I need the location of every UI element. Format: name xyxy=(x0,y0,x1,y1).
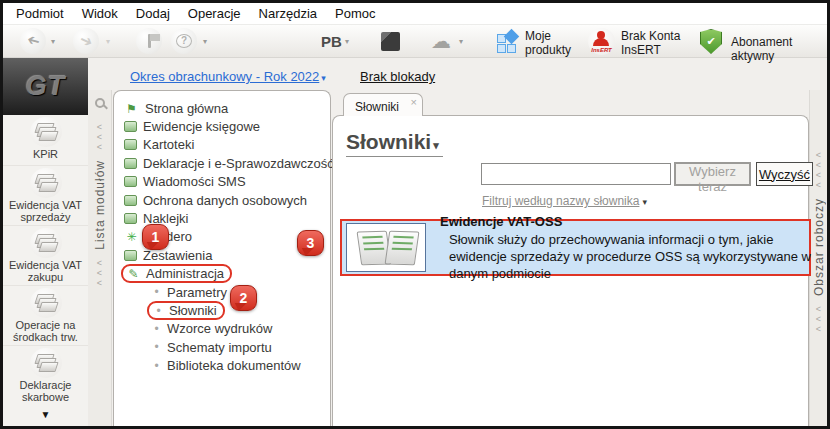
tree-item-strona-glowna[interactable]: ⚑Strona główna xyxy=(124,99,330,117)
sidebar-more-icon[interactable]: ▼ xyxy=(3,409,88,420)
admin-pencil-icon: ✎ xyxy=(126,268,141,279)
cloud-dropdown-icon[interactable]: ▾ xyxy=(459,37,463,46)
ledger-icon xyxy=(124,121,137,132)
tree-item-wzorce-wydrukow[interactable]: •Wzorce wydruków xyxy=(150,320,330,338)
dictionary-item-title: Ewidencje VAT-OSS xyxy=(440,213,820,230)
filter-by-name-link[interactable]: Filtruj według nazwy słownika▾ xyxy=(482,194,647,208)
annotation-step-2: 2 xyxy=(230,285,257,311)
collapse-chevron-icon[interactable]: < xyxy=(97,122,102,132)
forward-button[interactable]: ➔ xyxy=(73,28,99,54)
subscription-shield-icon[interactable]: ✔ xyxy=(700,29,722,54)
moje-produkty-icon[interactable] xyxy=(497,31,518,52)
menu-pomoc[interactable]: Pomoc xyxy=(326,6,384,21)
collapse-chevron-icon[interactable]: < xyxy=(97,278,102,288)
chevron-down-icon: ▾ xyxy=(321,73,326,83)
menu-narzedzia[interactable]: Narzędzia xyxy=(250,6,327,21)
annotation-outline-slowniki: • Słowniki xyxy=(147,301,225,320)
app-inner: Podmiot Widok Dodaj Operacje Narzędzia P… xyxy=(3,3,827,426)
user-dropdown-icon[interactable]: ▾ xyxy=(345,37,349,46)
bullet-icon: • xyxy=(152,304,165,318)
flag-icon xyxy=(148,34,151,48)
collapse-chevron-icon[interactable]: < xyxy=(97,258,102,268)
tree-item-wiadomosci-sms[interactable]: Wiadomości SMS xyxy=(124,173,330,191)
vat-sales-icon xyxy=(30,168,62,198)
sidebar-item-kpir[interactable]: KPiR xyxy=(3,115,88,166)
module-sidebar: KPiR Ewidencja VAT sprzedaży Ewidencja V… xyxy=(3,115,88,426)
choose-now-button[interactable]: Wybierz teraz xyxy=(674,162,751,186)
collapse-chevron-icon[interactable]: < xyxy=(816,180,821,190)
kpir-icon xyxy=(30,117,62,147)
collapse-chevron-icon[interactable]: < xyxy=(816,324,821,334)
collapse-chevron-icon[interactable]: < xyxy=(97,142,102,152)
sms-icon xyxy=(124,176,137,187)
insert-account-label[interactable]: Brak Konta InsERT xyxy=(621,29,691,57)
lock-status-link[interactable]: Brak blokady xyxy=(360,69,435,84)
collapse-chevron-icon[interactable]: < xyxy=(816,150,821,160)
app-window: Podmiot Widok Dodaj Operacje Narzędzia P… xyxy=(0,0,830,429)
dictionary-search-input[interactable] xyxy=(481,163,671,185)
chevron-down-icon: ▾ xyxy=(642,197,647,207)
tree-item-ewidencje-ksiegowe[interactable]: Ewidencje księgowe xyxy=(124,117,330,135)
sidebar-item-vat-sprzedazy[interactable]: Ewidencja VAT sprzedaży xyxy=(3,166,88,226)
back-dropdown-icon[interactable]: ▾ xyxy=(51,37,55,46)
modules-strip-label: Lista modułów xyxy=(93,160,107,250)
help-button[interactable]: ? xyxy=(171,28,197,54)
bullet-icon: • xyxy=(150,322,163,336)
menu-widok[interactable]: Widok xyxy=(73,6,127,21)
check-icon: ✔ xyxy=(706,35,715,48)
menu-podmiot[interactable]: Podmiot xyxy=(7,6,73,21)
menu-dodaj[interactable]: Dodaj xyxy=(127,6,179,21)
sidebar-item-deklaracje[interactable]: Deklaracje skarbowe xyxy=(3,346,88,406)
sidebar-item-srodki-trwale[interactable]: Operacje na środkach trw. xyxy=(3,286,88,346)
collapse-chevron-icon[interactable]: < xyxy=(97,268,102,278)
annotation-step-1: 1 xyxy=(142,224,169,250)
back-arrow-icon: ➔ xyxy=(25,31,42,52)
tree-item-biblioteka-dokumentow[interactable]: •Biblioteka dokumentów xyxy=(150,356,330,374)
forward-arrow-icon: ➔ xyxy=(76,30,95,52)
moje-produkty-label[interactable]: Moje produkty xyxy=(525,29,583,57)
dictionary-item-vat-oss[interactable]: Ewidencje VAT-OSS Słownik służy do przec… xyxy=(340,219,811,276)
labels-icon xyxy=(124,213,137,224)
collapse-chevron-icon[interactable]: < xyxy=(816,160,821,170)
pin-panel-icon[interactable] xyxy=(95,98,105,108)
gt-logo-block: GT xyxy=(3,58,88,115)
collapse-chevron-icon[interactable]: < xyxy=(816,170,821,180)
forward-dropdown-icon[interactable]: ▾ xyxy=(106,37,110,46)
tree-item-administracja[interactable]: ✎ Administracja xyxy=(124,265,330,283)
close-icon[interactable]: × xyxy=(411,96,417,108)
accounting-period-link[interactable]: Okres obrachunkowy - Rok 2022▾ xyxy=(130,69,326,84)
tree-item-kartoteki[interactable]: Kartoteki xyxy=(124,136,330,154)
tab-slowniki[interactable]: Słowniki × xyxy=(343,93,423,116)
shield-icon xyxy=(124,195,137,206)
user-initials-button[interactable]: PB xyxy=(321,33,342,50)
gt-logo: GT xyxy=(26,71,66,102)
back-button[interactable]: ➔ xyxy=(20,28,46,54)
insert-account-icon[interactable]: InsERT xyxy=(588,28,615,55)
cloud-icon[interactable]: ☁ xyxy=(431,29,451,53)
sidebar-item-vat-zakupu[interactable]: Ewidencja VAT zakupu xyxy=(3,226,88,286)
documents-icon xyxy=(124,158,137,169)
subscription-label[interactable]: Abonament aktywny xyxy=(731,35,827,63)
chevron-down-icon: ▾ xyxy=(433,139,439,151)
dictionary-book-icon xyxy=(346,223,426,272)
collapse-chevron-icon[interactable]: < xyxy=(97,132,102,142)
modules-cube-icon[interactable] xyxy=(381,32,400,51)
annotation-outline-administracja: ✎ Administracja xyxy=(121,264,232,283)
tree-item-deklaracje[interactable]: Deklaracje i e-Sprawozdawczość xyxy=(124,154,330,172)
bullet-icon: • xyxy=(150,359,163,373)
bullet-icon: • xyxy=(150,340,163,354)
modules-strip: < < < Lista modułów < < < xyxy=(88,90,112,426)
flag-button[interactable] xyxy=(136,28,162,54)
clear-button[interactable]: Wyczyść xyxy=(756,162,813,186)
home-flag-icon: ⚑ xyxy=(124,103,139,114)
tree-item-ochrona-danych[interactable]: Ochrona danych osobowych xyxy=(124,191,330,209)
tree-item-schematy-importu[interactable]: •Schematy importu xyxy=(150,338,330,356)
menu-operacje[interactable]: Operacje xyxy=(179,6,250,21)
menu-bar: Podmiot Widok Dodaj Operacje Narzędzia P… xyxy=(3,3,827,25)
help-dropdown-icon[interactable]: ▾ xyxy=(203,37,207,46)
page-title[interactable]: Słowniki▾ xyxy=(346,130,443,157)
workspace-panel: Słowniki▾ Wybierz teraz Wyczyść Filtruj … xyxy=(332,115,809,426)
collapse-chevron-icon[interactable]: < xyxy=(816,304,821,314)
collapse-chevron-icon[interactable]: < xyxy=(816,314,821,324)
card-index-icon xyxy=(124,139,137,150)
